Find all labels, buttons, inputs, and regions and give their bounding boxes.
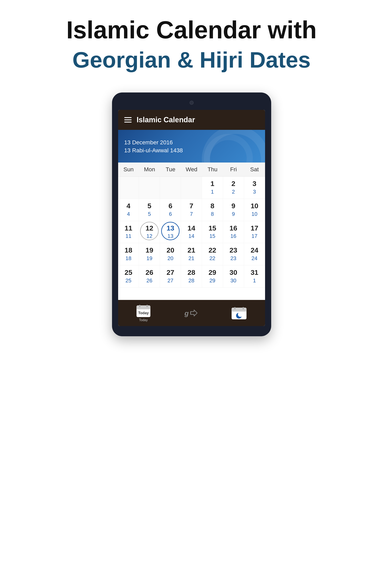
table-row[interactable]: 3 3 bbox=[244, 177, 265, 199]
table-row[interactable]: 16 16 bbox=[223, 221, 244, 243]
table-row[interactable]: 23 23 bbox=[223, 243, 244, 265]
hijri-number: 10 bbox=[245, 211, 264, 217]
today-cell[interactable]: 13 13 bbox=[160, 221, 181, 243]
table-row[interactable] bbox=[118, 177, 139, 199]
table-row[interactable]: 1 1 bbox=[202, 177, 223, 199]
day-header-fri: Fri bbox=[223, 163, 244, 176]
table-row[interactable]: 19 19 bbox=[139, 243, 160, 265]
svg-rect-4 bbox=[139, 305, 141, 307]
hijri-number: 25 bbox=[119, 277, 138, 284]
svg-rect-9 bbox=[232, 310, 246, 312]
gregorian-number: 1 bbox=[203, 179, 222, 188]
calendar-grid: Sun Mon Tue Wed Thu Fri Sat 1 1 bbox=[118, 163, 265, 288]
svg-rect-12 bbox=[234, 307, 236, 310]
hijri-number: 7 bbox=[182, 211, 201, 217]
gregorian-number: 28 bbox=[182, 268, 201, 277]
calendar-body: 1 1 2 2 3 3 4 4 5 5 bbox=[118, 177, 265, 288]
table-row[interactable]: 26 26 bbox=[139, 265, 160, 288]
day-header-tue: Tue bbox=[160, 163, 181, 176]
gregorian-number: 25 bbox=[119, 268, 138, 277]
table-row[interactable] bbox=[181, 177, 202, 199]
hijri-number: 26 bbox=[140, 277, 159, 284]
gregorian-number: 24 bbox=[245, 246, 264, 254]
table-row[interactable] bbox=[139, 177, 160, 199]
table-row[interactable]: 20 20 bbox=[160, 243, 181, 265]
gregorian-number: 15 bbox=[203, 224, 222, 232]
hijri-number: 2 bbox=[224, 189, 243, 195]
table-row[interactable]: 27 27 bbox=[160, 265, 181, 288]
table-row[interactable]: 8 8 bbox=[202, 199, 223, 221]
hijri-number: 4 bbox=[119, 211, 138, 217]
table-row[interactable]: 24 24 bbox=[244, 243, 265, 265]
gregorian-number: 12 bbox=[140, 224, 159, 232]
gregorian-number: 13 bbox=[161, 224, 180, 232]
table-row[interactable]: 4 4 bbox=[118, 199, 139, 221]
table-row[interactable]: 22 22 bbox=[202, 243, 223, 265]
svg-point-11 bbox=[238, 312, 243, 317]
hijri-number: 28 bbox=[182, 277, 201, 284]
bottom-navigation: Today Today g bbox=[118, 300, 265, 326]
hijri-number: 1 bbox=[203, 189, 222, 195]
hijri-number: 22 bbox=[203, 255, 222, 262]
day-headers-row: Sun Mon Tue Wed Thu Fri Sat bbox=[118, 163, 265, 177]
table-row[interactable]: 29 29 bbox=[202, 265, 223, 288]
tablet-device: Islamic Calendar 13 December 2016 13 Rab… bbox=[112, 92, 271, 336]
convert-nav-button[interactable]: g bbox=[183, 306, 199, 320]
table-row[interactable]: 17 17 bbox=[244, 221, 265, 243]
table-row[interactable]: 31 1 bbox=[244, 265, 265, 288]
calendar-footer-space bbox=[118, 288, 265, 300]
table-row[interactable]: 15 15 bbox=[202, 221, 223, 243]
hijri-number: 13 bbox=[161, 233, 180, 239]
gregorian-number: 19 bbox=[140, 246, 159, 254]
yesterday-cell[interactable]: 12 12 bbox=[139, 221, 160, 243]
hijri-number: 6 bbox=[161, 211, 180, 217]
hijri-number: 24 bbox=[245, 255, 264, 262]
hijri-nav-button[interactable] bbox=[231, 306, 247, 319]
table-row[interactable]: 2 2 bbox=[223, 177, 244, 199]
gregorian-number: 17 bbox=[245, 224, 264, 232]
gregorian-number: 10 bbox=[245, 202, 264, 210]
menu-button[interactable] bbox=[124, 117, 132, 123]
hijri-number: 21 bbox=[182, 255, 201, 262]
hijri-number: 3 bbox=[245, 189, 264, 195]
svg-rect-5 bbox=[146, 305, 148, 307]
today-nav-button[interactable]: Today Today bbox=[136, 304, 151, 322]
hamburger-line-2 bbox=[124, 119, 132, 120]
table-row[interactable]: 11 11 bbox=[118, 221, 139, 243]
today-nav-label: Today bbox=[139, 318, 148, 322]
hijri-number: 16 bbox=[224, 233, 243, 239]
gregorian-number: 8 bbox=[203, 202, 222, 210]
table-row[interactable]: 10 10 bbox=[244, 199, 265, 221]
hijri-date: 13 Rabi-ul-Awwal 1438 bbox=[124, 147, 259, 154]
hamburger-line-1 bbox=[124, 117, 132, 118]
table-row[interactable]: 30 30 bbox=[223, 265, 244, 288]
table-row[interactable]: 5 5 bbox=[139, 199, 160, 221]
day-header-mon: Mon bbox=[139, 163, 160, 176]
gregorian-number: 4 bbox=[119, 202, 138, 210]
table-row[interactable]: 9 9 bbox=[223, 199, 244, 221]
hijri-number: 14 bbox=[182, 233, 201, 239]
gregorian-number: 27 bbox=[161, 268, 180, 277]
table-row[interactable]: 18 18 bbox=[118, 243, 139, 265]
table-row[interactable]: 25 25 bbox=[118, 265, 139, 288]
hijri-number: 9 bbox=[224, 211, 243, 217]
gregorian-number: 31 bbox=[245, 268, 264, 277]
day-header-thu: Thu bbox=[202, 163, 223, 176]
gregorian-number: 18 bbox=[119, 246, 138, 254]
gregorian-number: 5 bbox=[140, 202, 159, 210]
gregorian-number: 16 bbox=[224, 224, 243, 232]
gregorian-number: 9 bbox=[224, 202, 243, 210]
hijri-number: 8 bbox=[203, 211, 222, 217]
table-row[interactable]: 14 14 bbox=[181, 221, 202, 243]
table-row[interactable]: 6 6 bbox=[160, 199, 181, 221]
gregorian-number: 3 bbox=[245, 179, 264, 188]
table-row[interactable] bbox=[160, 177, 181, 199]
calendar-banner: 13 December 2016 13 Rabi-ul-Awwal 1438 bbox=[118, 130, 265, 163]
hijri-number: 11 bbox=[119, 233, 138, 239]
today-icon: Today bbox=[136, 304, 151, 317]
table-row[interactable]: 21 21 bbox=[181, 243, 202, 265]
table-row[interactable]: 7 7 bbox=[181, 199, 202, 221]
tablet-camera bbox=[190, 101, 194, 105]
table-row[interactable]: 28 28 bbox=[181, 265, 202, 288]
convert-icon: g bbox=[183, 306, 199, 320]
